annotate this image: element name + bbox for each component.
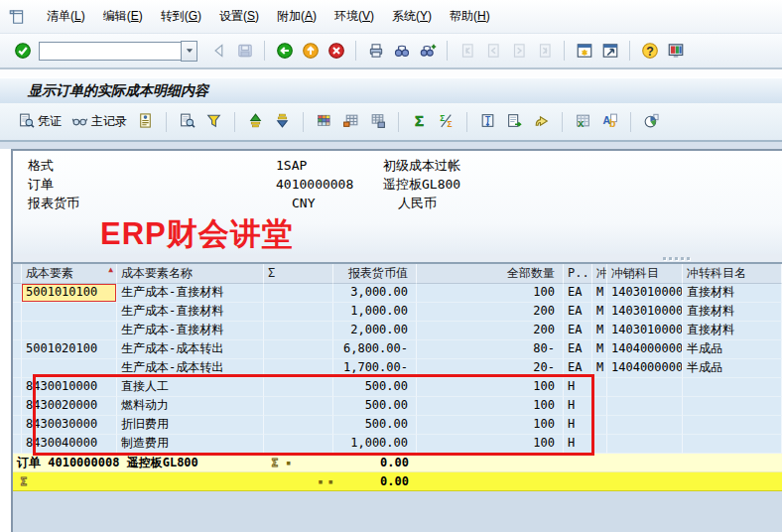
cell-name[interactable]: 直接人工 [117,378,264,397]
cell-cost-element[interactable]: 8430040000 [22,435,117,454]
cell-name[interactable]: 生产成本-直接材料 [117,284,264,303]
last-page-button[interactable] [532,39,557,63]
cell-flag[interactable]: M [592,340,607,359]
row-selector[interactable] [13,340,22,359]
row-selector[interactable] [13,284,22,303]
cell-unit[interactable]: EA [564,303,592,322]
menu-environment[interactable]: 环境(V) [326,6,383,27]
cell-name[interactable]: 制造费用 [117,435,264,454]
send-button[interactable] [529,109,554,135]
cell-offset-account[interactable] [607,435,683,454]
menu-goto[interactable]: 转到(G) [152,6,210,27]
col-report-currency-value[interactable]: 报表货币值 [333,264,417,284]
next-page-button[interactable] [506,39,531,63]
cell-offset-account-name[interactable]: 直接材料 [683,303,782,322]
cell-quantity[interactable]: 20- [417,359,564,378]
customize-button[interactable] [663,39,688,63]
cell-sum[interactable] [264,397,333,416]
col-cost-element[interactable]: 成本要素▲ [22,264,117,284]
cell-sum[interactable] [264,284,333,303]
cell-offset-account-name[interactable]: 直接材料 [683,322,782,340]
col-sum[interactable]: Σ [264,264,333,284]
collapse-button[interactable] [206,39,231,63]
cell-sum[interactable] [264,322,333,340]
master-record-button[interactable]: 主记录 [67,109,131,135]
menu-edit[interactable]: 编辑(E) [94,6,152,27]
cell-unit[interactable]: H [564,397,592,416]
cell-offset-account[interactable] [607,416,683,435]
cell-quantity[interactable]: 100 [417,435,564,454]
find-button[interactable] [389,39,414,63]
cell-name[interactable]: 生产成本-直接材料 [117,322,264,340]
first-page-button[interactable] [455,39,479,63]
cell-quantity[interactable]: 100 [417,378,564,397]
row-selector[interactable] [13,322,22,340]
menu-extras[interactable]: 附加(A) [268,6,326,27]
cell-value[interactable]: 500.00 [333,416,417,435]
menu-list[interactable]: 清单(L) [38,6,94,27]
sum-button[interactable]: Σ [407,109,432,135]
cell-name[interactable]: 生产成本-直接材料 [117,303,264,322]
col-total-quantity[interactable]: 全部数量 [417,264,564,284]
col-offset-account[interactable]: 冲销科目 [607,264,683,284]
cell-offset-account[interactable] [607,378,683,397]
search-button[interactable] [175,109,199,135]
cell-offset-account[interactable]: 1404000000 [607,359,683,378]
excel-view-button[interactable]: X [571,109,595,135]
row-selector[interactable] [13,435,22,454]
cell-flag[interactable]: M [592,322,607,340]
row-selector[interactable] [13,378,22,397]
subtotal-button[interactable]: ΣΣ [434,109,458,135]
back-button[interactable] [272,39,297,63]
sort-desc-button[interactable] [270,109,295,135]
row-selector[interactable] [13,359,22,378]
cell-name[interactable]: 燃料动力 [117,397,264,416]
row-selector[interactable] [13,397,22,416]
cell-offset-account[interactable] [607,397,683,416]
cell-sum[interactable] [264,378,333,397]
col-cost-element-name[interactable]: 成本要素名称 [117,264,264,284]
col-offset-account-name[interactable]: 冲转科目名 [683,264,782,284]
cell-quantity[interactable]: 80- [417,340,564,359]
detail-button[interactable] [133,109,158,135]
cell-flag[interactable]: M [592,303,607,322]
cell-flag[interactable] [592,397,607,416]
splitter-grip-icon[interactable] [663,257,690,260]
enter-button[interactable] [10,39,35,63]
cell-unit[interactable]: EA [564,284,592,303]
cell-offset-account[interactable]: 1403010000 [607,322,683,340]
cell-flag[interactable] [592,378,607,397]
cell-value[interactable]: 3,000.00 [333,284,417,303]
cancel-button[interactable] [324,39,348,63]
cell-quantity[interactable]: 200 [417,303,564,322]
cell-sum[interactable] [264,416,333,435]
cell-cost-element[interactable]: 8430010000 [22,378,117,397]
row-selector[interactable] [13,303,22,322]
cell-sum[interactable] [264,340,333,359]
footer-subtotal-value[interactable]: 0.00 [333,454,417,472]
cell-unit[interactable]: EA [564,340,592,359]
cell-offset-account-name[interactable] [683,397,782,416]
exit-button[interactable] [298,39,323,63]
cell-cost-element[interactable] [22,359,117,378]
cell-name[interactable]: 生产成本-成本转出 [117,359,264,378]
cell-unit[interactable]: EA [564,359,592,378]
save-button[interactable] [232,39,257,63]
cell-cost-element[interactable] [22,322,117,340]
new-session-button[interactable] [572,39,596,63]
abc-analysis-button[interactable]: Ab [597,109,622,135]
shortcut-button[interactable] [597,39,622,63]
find-next-button[interactable] [415,39,440,63]
cell-flag[interactable]: M [592,359,607,378]
cell-offset-account-name[interactable]: 半成品 [683,359,782,378]
command-field-input[interactable] [39,42,181,61]
cell-sum[interactable] [264,435,333,454]
cell-unit[interactable]: H [564,378,592,397]
layout-remove-button[interactable] [338,109,363,135]
cell-cost-element[interactable]: 5001010100 [22,284,117,303]
cell-value[interactable]: 500.00 [333,397,417,416]
cell-unit[interactable]: H [564,435,592,454]
cell-value[interactable]: 1,000.00 [333,435,417,454]
menu-settings[interactable]: 设置(S) [210,6,268,27]
cell-flag[interactable] [592,435,607,454]
